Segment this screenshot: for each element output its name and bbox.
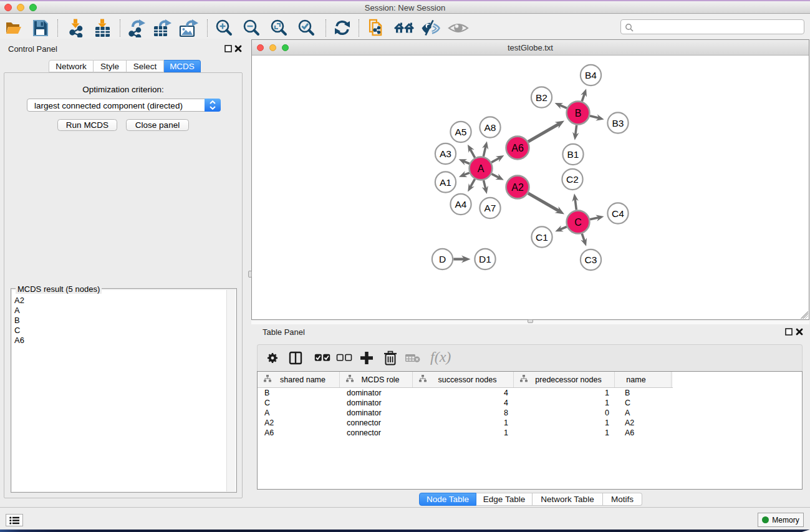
svg-text:A7: A7 [485,203,496,213]
svg-text:B3: B3 [612,118,624,128]
svg-text:C2: C2 [566,174,579,185]
svg-text:A6: A6 [511,143,524,153]
svg-text:A1: A1 [440,177,451,188]
svg-text:B1: B1 [567,149,579,160]
svg-text:C4: C4 [612,208,624,219]
svg-text:A4: A4 [455,199,467,210]
svg-text:B: B [575,108,582,118]
svg-text:B4: B4 [585,70,597,80]
svg-text:D1: D1 [479,254,491,264]
svg-text:A3: A3 [440,148,451,159]
svg-text:A8: A8 [485,122,496,133]
svg-text:C3: C3 [585,254,597,265]
svg-text:A5: A5 [455,127,467,137]
svg-text:A: A [478,163,485,174]
svg-text:B2: B2 [536,92,547,103]
svg-text:D: D [439,254,446,264]
svg-text:A2: A2 [511,182,524,193]
svg-text:C: C [574,217,582,228]
svg-text:C1: C1 [536,232,548,243]
